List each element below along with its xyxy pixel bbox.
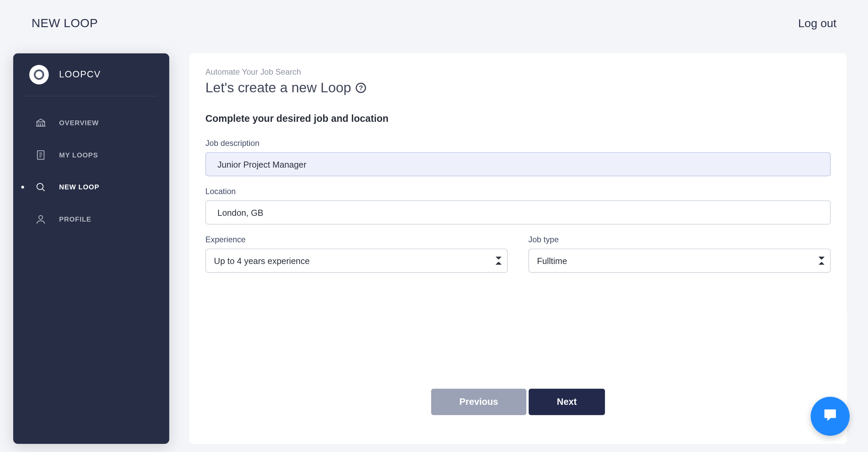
previous-button[interactable]: Previous (431, 389, 527, 415)
nav-item-myloops[interactable]: MY LOOPS (25, 139, 158, 171)
title: Let's create a new Loop (205, 80, 351, 96)
nav-item-label: PROFILE (59, 215, 91, 224)
help-icon[interactable]: ? (356, 83, 366, 93)
nav-item-label: MY LOOPS (59, 151, 98, 159)
job-type-label: Job type (528, 235, 831, 244)
nav-item-overview[interactable]: OVERVIEW (25, 107, 158, 139)
location-input[interactable] (205, 201, 831, 225)
subtitle: Automate Your Job Search (205, 67, 831, 76)
logout-link[interactable]: Log out (798, 16, 836, 30)
topbar: NEW LOOP Log out (0, 0, 868, 46)
button-row: Previous Next (431, 389, 605, 415)
main-card: Automate Your Job Search Let's create a … (189, 53, 847, 444)
nav-item-profile[interactable]: PROFILE (25, 203, 158, 236)
nav-item-label: NEW LOOP (59, 183, 99, 191)
sidebar: LOOPCV OVERVIEW MY LOOPS (13, 53, 169, 444)
field-experience: Experience Up to 4 years experience (205, 235, 508, 273)
user-icon (35, 213, 46, 225)
form-heading: Complete your desired job and location (205, 113, 831, 125)
brand-row: LOOPCV (13, 65, 169, 96)
document-icon (35, 149, 46, 161)
loop-icon (34, 70, 44, 80)
svg-point-3 (39, 215, 42, 219)
search-icon (35, 182, 46, 193)
next-button[interactable]: Next (529, 389, 605, 415)
divider (25, 96, 158, 97)
chat-icon (822, 407, 839, 426)
nav-item-newloop[interactable]: NEW LOOP (25, 171, 158, 203)
brand-logo (29, 65, 49, 84)
job-description-label: Job description (205, 138, 831, 148)
experience-select[interactable]: Up to 4 years experience (205, 249, 508, 273)
brand-name: LOOPCV (59, 70, 101, 80)
svg-point-2 (37, 183, 43, 189)
job-description-input[interactable] (205, 152, 831, 176)
nav-list: OVERVIEW MY LOOPS NEW LOOP (13, 107, 169, 236)
nav-item-label: OVERVIEW (59, 119, 99, 127)
field-location: Location (205, 187, 831, 225)
page-title: NEW LOOP (32, 16, 98, 30)
field-job-description: Job description (205, 138, 831, 176)
location-label: Location (205, 187, 831, 196)
field-job-type: Job type Fulltime (528, 235, 831, 273)
chat-fab[interactable] (811, 397, 850, 436)
experience-label: Experience (205, 235, 508, 244)
job-type-select[interactable]: Fulltime (528, 249, 831, 273)
title-row: Let's create a new Loop ? (205, 80, 831, 96)
bank-icon (35, 117, 46, 129)
